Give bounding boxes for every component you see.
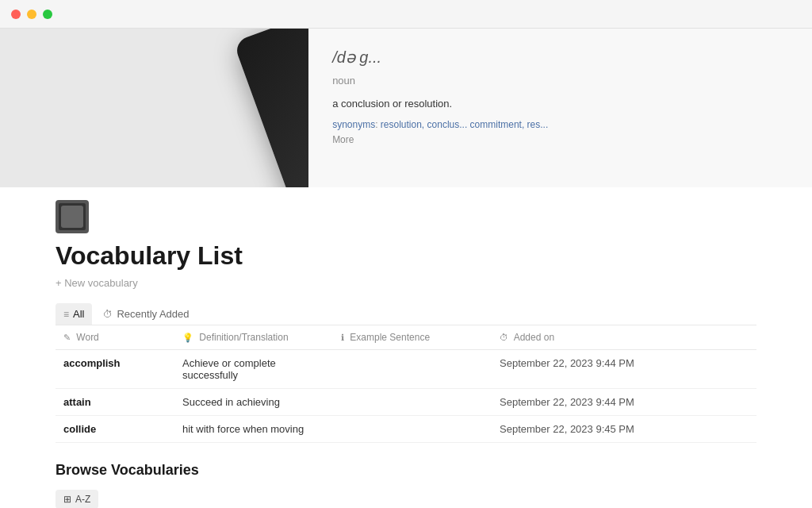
- definition-cell: hit with force when moving: [174, 416, 333, 443]
- browse-section: Browse Vocabularies ⊞ A-Z A 2 C 1 Hidden…: [56, 462, 756, 508]
- clock-icon: ⏱: [103, 309, 113, 320]
- extra-cell: [731, 389, 756, 416]
- page-icon: [56, 200, 89, 233]
- date-cell: September 22, 2023 9:44 PM: [492, 350, 731, 389]
- example-cell: [333, 416, 492, 443]
- definition-cell: Achieve or complete successfully: [174, 350, 333, 389]
- tab-recently-added-label: Recently Added: [117, 308, 189, 320]
- edit-icon: ✎: [63, 333, 71, 342]
- definition-text: a conclusion or resolution.: [332, 96, 788, 113]
- browse-az-label: A-Z: [75, 494, 90, 505]
- tab-all-label: All: [73, 308, 84, 320]
- hero-banner: /də g... noun a conclusion or resolution…: [0, 29, 812, 187]
- extra-cell: [731, 416, 756, 443]
- maximize-button[interactable]: [43, 10, 52, 19]
- synonym-words: resolution, conclus... commitment, res..…: [381, 119, 548, 130]
- col-header-extra: [731, 325, 756, 350]
- list-icon: ≡: [63, 309, 69, 320]
- title-bar: [0, 0, 812, 29]
- col-header-example: ℹ Example Sentence: [333, 325, 492, 350]
- definition-cell: Succeed in achieving: [174, 389, 333, 416]
- example-cell: [333, 350, 492, 389]
- word-cell: accomplish: [56, 350, 174, 389]
- date-cell: September 22, 2023 9:45 PM: [492, 416, 731, 443]
- calendar-icon: ⏱: [500, 333, 508, 342]
- more-link[interactable]: More: [332, 133, 788, 148]
- browse-title: Browse Vocabularies: [56, 462, 756, 479]
- view-tabs: ≡ All ⏱ Recently Added: [56, 303, 756, 325]
- minimize-button[interactable]: [27, 10, 36, 19]
- table-row: attain Succeed in achieving September 22…: [56, 389, 756, 416]
- browse-tabs: ⊞ A-Z: [56, 490, 756, 508]
- grid-icon: ⊞: [63, 494, 71, 505]
- page-title: Vocabulary List: [56, 241, 756, 271]
- word-cell: attain: [56, 389, 174, 416]
- extra-cell: [731, 350, 756, 389]
- example-cell: [333, 389, 492, 416]
- new-vocabulary-button[interactable]: + New vocabulary: [56, 275, 138, 291]
- table-row: accomplish Achieve or complete successfu…: [56, 350, 756, 389]
- browse-az-tab[interactable]: ⊞ A-Z: [56, 490, 98, 508]
- bulb-icon: 💡: [182, 333, 193, 342]
- synonyms-text: synonyms: resolution, conclus... commitm…: [332, 117, 788, 133]
- word-cell: collide: [56, 416, 174, 443]
- tab-recently-added[interactable]: ⏱ Recently Added: [95, 303, 197, 325]
- synonyms-label: synonyms: [332, 119, 375, 130]
- col-header-definition: 💡 Definition/Translation: [174, 325, 333, 350]
- vocabulary-table: ✎ Word 💡 Definition/Translation ℹ Exampl…: [56, 325, 756, 443]
- info-icon: ℹ: [341, 333, 344, 342]
- col-header-added: ⏱ Added on: [492, 325, 731, 350]
- phonetic-text: /də g...: [332, 44, 788, 70]
- table-header-row: ✎ Word 💡 Definition/Translation ℹ Exampl…: [56, 325, 756, 350]
- tab-all[interactable]: ≡ All: [56, 303, 92, 325]
- close-button[interactable]: [11, 10, 21, 19]
- pos-text: noun: [332, 73, 788, 90]
- col-header-word: ✎ Word: [56, 325, 174, 350]
- table-row: collide hit with force when moving Septe…: [56, 416, 756, 443]
- main-content: Vocabulary List + New vocabulary ≡ All ⏱…: [0, 187, 812, 508]
- date-cell: September 22, 2023 9:44 PM: [492, 389, 731, 416]
- dictionary-text: /də g... noun a conclusion or resolution…: [308, 29, 812, 187]
